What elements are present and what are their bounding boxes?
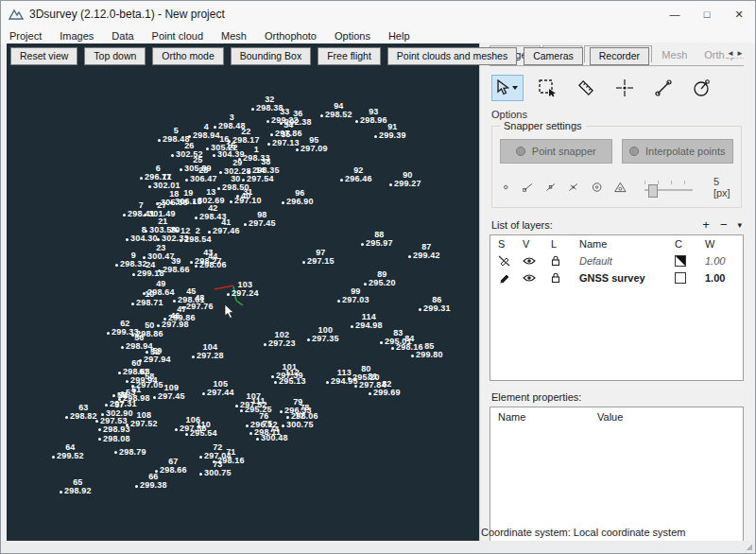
menu-bar: ProjectImagesDataPoint cloudMeshOrthopho… <box>1 27 755 43</box>
eye-icon[interactable] <box>523 273 536 283</box>
midpoint-snap-icon[interactable] <box>545 181 556 194</box>
arc-tool[interactable] <box>687 76 717 100</box>
measure-icon <box>576 78 595 97</box>
point-icon <box>615 78 634 97</box>
eye-icon[interactable] <box>523 256 536 266</box>
window-bottom-edge <box>1 541 755 553</box>
layers-label: List of layers: <box>491 219 553 231</box>
snap-distance-slider[interactable] <box>644 181 693 194</box>
pen-icon[interactable] <box>498 271 510 284</box>
interpolate-points-button[interactable]: Interpolate points <box>622 139 734 164</box>
tab-mesh[interactable]: Mesh <box>654 46 695 62</box>
menu-images[interactable]: Images <box>60 30 94 42</box>
title-bar: 3Dsurvey (2.12.0-beta.1) - New project —… <box>1 1 755 27</box>
3dsurvey-window: { "window": { "title": "3Dsurvey (2.12.0… <box>0 0 756 554</box>
measure-tool[interactable] <box>571 76 601 100</box>
layers-table: S V L Name C W <box>490 234 744 381</box>
select-cursor-tool[interactable] <box>491 75 524 101</box>
pen-slash-icon[interactable] <box>498 254 510 267</box>
resize-grip[interactable] <box>746 544 752 550</box>
layer-weight: 1.00 <box>705 272 739 284</box>
point-snapper-label: Point snapper <box>532 146 596 157</box>
rectangle-select-tool[interactable] <box>532 76 562 100</box>
line-tool[interactable] <box>648 76 679 100</box>
maximize-button[interactable]: □ <box>691 1 723 27</box>
window-title: 3Dsurvey (2.12.0-beta.1) - New project <box>29 8 225 21</box>
add-layer-button[interactable]: + <box>702 220 710 230</box>
snapper-settings-title: Snapper settings <box>500 120 586 131</box>
ortho-mode-button[interactable]: Ortho mode <box>152 47 223 65</box>
tab-scroll-arrows[interactable]: ◄ ► <box>725 49 744 58</box>
layers-menu-button[interactable]: ▾ <box>737 220 742 230</box>
centroid-snap-icon[interactable] <box>614 180 627 195</box>
layer-weight: 1.00 <box>705 255 739 267</box>
bounding-box-button[interactable]: Bounding Box <box>231 47 311 65</box>
options-label: Options <box>491 109 744 120</box>
color-swatch-split[interactable] <box>675 255 686 267</box>
line-icon <box>654 78 673 97</box>
remove-layer-button[interactable]: − <box>720 220 728 230</box>
menu-data[interactable]: Data <box>112 30 133 42</box>
col-name: Name <box>579 238 675 250</box>
recorder-button[interactable]: Recorder <box>590 47 649 65</box>
props-value-header: Value <box>597 411 623 423</box>
interpolate-points-label: Interpolate points <box>645 146 725 157</box>
layer-name: Default <box>579 255 675 267</box>
reset-view-button[interactable]: Reset view <box>10 47 77 65</box>
menu-help[interactable]: Help <box>388 30 410 42</box>
menu-project[interactable]: Project <box>9 30 42 42</box>
col-visible: V <box>523 238 551 250</box>
intersection-snap-icon[interactable] <box>568 181 578 194</box>
layer-row-gnss-survey[interactable]: GNSS survey 1.00 <box>490 268 743 286</box>
snap-distance-value: 5 [px] <box>713 176 731 199</box>
element-properties-label: Element properties: <box>491 391 742 403</box>
menu-options[interactable]: Options <box>335 30 370 42</box>
viewport-toolbar: Reset viewTop downOrtho modeBounding Box… <box>10 47 649 65</box>
endpoint-snap-icon[interactable] <box>523 181 533 194</box>
menu-orthophoto[interactable]: Orthophoto <box>265 30 317 42</box>
cameras-button[interactable]: Cameras <box>524 47 583 65</box>
lock-icon[interactable] <box>551 255 560 267</box>
top-down-button[interactable]: Top down <box>84 47 146 65</box>
right-panel: ImagesCADPoint cloudMeshOrthophotoProfil… <box>479 43 751 541</box>
menu-point-cloud[interactable]: Point cloud <box>152 30 203 42</box>
free-flight-button[interactable]: Free flight <box>318 47 381 65</box>
col-weight: W <box>705 238 739 250</box>
3d-viewport[interactable] <box>7 43 479 541</box>
rectangle-select-icon <box>538 78 557 97</box>
arc-icon <box>693 78 712 97</box>
coordinate-system-status: Coordinate system: Local coordinate syst… <box>481 527 685 538</box>
props-name-header: Name <box>498 411 597 423</box>
app-icon <box>9 8 24 21</box>
radio-dot-icon <box>516 147 525 156</box>
center-snap-icon[interactable] <box>592 180 602 195</box>
menu-mesh[interactable]: Mesh <box>221 30 247 42</box>
lock-icon[interactable] <box>551 272 560 284</box>
status-bar: Coordinate system: Local coordinate syst… <box>481 527 751 541</box>
radio-dot-icon <box>629 147 639 156</box>
snap-mode-row: 5 [px] <box>502 176 731 199</box>
color-swatch-empty[interactable] <box>675 272 686 284</box>
point-tool[interactable] <box>610 76 640 100</box>
layer-name: GNSS survey <box>579 272 675 284</box>
select-cursor-icon <box>496 79 519 96</box>
minimize-button[interactable]: — <box>659 1 691 27</box>
slider-thumb[interactable] <box>648 184 658 198</box>
col-locked: L <box>551 238 579 250</box>
close-button[interactable]: ✕ <box>723 1 755 27</box>
point-snap-icon[interactable] <box>502 182 510 193</box>
layers-header-row: S V L Name C W <box>490 235 743 251</box>
snapper-settings-group: Snapper settings Point snapper Interpola… <box>491 126 742 208</box>
point-snapper-button[interactable]: Point snapper <box>500 139 612 164</box>
cad-tool-row <box>491 75 742 101</box>
col-selectable: S <box>498 238 523 250</box>
layer-row-default[interactable]: Default 1.00 <box>490 251 743 268</box>
col-color: C <box>675 238 705 250</box>
point-clouds-and-meshes-button[interactable]: Point clouds and meshes <box>387 47 517 65</box>
